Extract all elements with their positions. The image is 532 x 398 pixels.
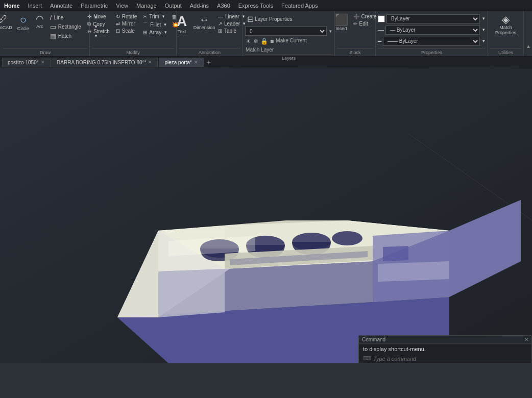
utilities-group-items: ◈ MatchProperties xyxy=(490,13,521,47)
color-dropdown[interactable]: ByLayer xyxy=(386,14,480,23)
menu-parametric[interactable]: Parametric xyxy=(81,3,108,9)
menu-manage[interactable]: Manage xyxy=(136,3,157,9)
svg-point-13 xyxy=(332,231,362,245)
draw-group-label: Draw xyxy=(3,48,87,55)
trim-button[interactable]: ✂ Trim ▼ xyxy=(141,13,169,20)
array-label: Array xyxy=(149,30,161,35)
table-label: Table xyxy=(224,28,236,34)
viewport: [3D View][Conceptual] xyxy=(0,67,532,363)
create-icon: ➕ xyxy=(353,14,359,19)
block-group: ⬛ Insert ➕ Create ✏ Edit Block xyxy=(335,11,376,56)
trim-dropdown-icon[interactable]: ▼ xyxy=(161,14,165,19)
trim-label: Trim xyxy=(149,14,159,19)
create-label: Create xyxy=(361,14,377,19)
create-button[interactable]: ➕ Create xyxy=(352,13,378,20)
menu-expresstools[interactable]: Express Tools xyxy=(238,3,273,9)
menu-view[interactable]: View xyxy=(116,3,128,9)
lineweight-dropdown[interactable]: —— ByLayer xyxy=(383,37,480,46)
color-dropdown-arrow[interactable]: ▼ xyxy=(481,16,486,21)
text-icon: A xyxy=(177,14,187,29)
lineweight-dropdown-arrow[interactable]: ▼ xyxy=(481,39,486,43)
layers-group-items: ⊟ Layer Properties 0 ▼ ☀ ❄ 🔒 ■ Make Curr… xyxy=(245,13,332,53)
match-layer-btn[interactable]: Match Layer xyxy=(245,46,274,53)
command-line-close[interactable]: ✕ xyxy=(524,337,528,342)
dimension-button[interactable]: ↔ Dimension xyxy=(193,13,215,32)
annotation-group: A Text ↔ Dimension — Linear ▼ ↗ Leader xyxy=(177,11,243,56)
leader-label: Leader xyxy=(224,21,240,27)
layer-icons-row: ☀ ❄ 🔒 ■ Make Current Match Layer xyxy=(245,37,332,53)
ribbon-content: 🖊 AutoCAD ○ Circle ◠ Arc xyxy=(0,11,532,56)
make-current-btn[interactable]: Make Current xyxy=(275,37,307,45)
ribbon: 🖊 AutoCAD ○ Circle ◠ Arc xyxy=(0,11,532,57)
array-dropdown-icon[interactable]: ▼ xyxy=(163,30,167,35)
doc-tab-barra[interactable]: BARRA BORING 0.75in INSERTO 80°* ✕ xyxy=(52,58,158,67)
fillet-dropdown-icon[interactable]: ▼ xyxy=(163,22,167,27)
layer-properties-button[interactable]: ⊟ Layer Properties xyxy=(245,13,294,25)
command-input-field[interactable] xyxy=(373,356,527,362)
menu-a360[interactable]: A360 xyxy=(217,3,230,9)
layer-dropdown-row: 0 ▼ xyxy=(245,27,332,36)
circle-icon: ○ xyxy=(20,14,27,26)
polyline-button[interactable]: 🖊 AutoCAD xyxy=(0,13,14,32)
stretch-label: Stretch xyxy=(93,29,110,34)
hatch-label: Hatch xyxy=(58,33,71,39)
stretch-button[interactable]: ⇔ Stretch xyxy=(86,28,111,35)
copy-label: Copy xyxy=(93,21,105,27)
menu-home[interactable]: Home xyxy=(4,3,20,9)
modify-group-label: Modify xyxy=(92,48,174,55)
insert-icon: ⬛ xyxy=(334,14,348,26)
scale-icon: ⊡ xyxy=(116,28,120,34)
tab-pieza-close[interactable]: ✕ xyxy=(194,60,198,65)
layer-color-icon[interactable]: ■ xyxy=(270,37,274,45)
mirror-button[interactable]: ⇌ Mirror xyxy=(114,20,138,27)
layer-freeze-icon[interactable]: ❄ xyxy=(253,37,259,45)
move-label: Move xyxy=(93,14,106,19)
rotate-button[interactable]: ↻ Rotate xyxy=(114,13,138,20)
table-icon: ⊞ xyxy=(218,28,222,34)
new-tab-button[interactable]: + xyxy=(205,58,213,66)
tab-barra-close[interactable]: ✕ xyxy=(148,60,152,65)
layer-lock-icon[interactable]: 🔒 xyxy=(260,37,269,45)
match-props-icon: ◈ xyxy=(502,14,510,24)
tab-barra-label: BARRA BORING 0.75in INSERTO 80°* xyxy=(57,60,147,65)
fillet-button[interactable]: ⌒ Fillet ▼ xyxy=(141,20,169,29)
doc-tab-postizo[interactable]: postizo 1050* ✕ xyxy=(2,58,51,67)
match-properties-button[interactable]: ◈ MatchProperties xyxy=(491,13,521,37)
layer-dropdown-arrow[interactable]: ▼ xyxy=(328,29,332,34)
svg-marker-19 xyxy=(378,261,449,282)
menu-featuredapps[interactable]: Featured Apps xyxy=(281,3,318,9)
rectangle-icon: ▭ xyxy=(50,23,56,31)
circle-button[interactable]: ○ Circle xyxy=(15,13,31,33)
linetype-dropdown-arrow[interactable]: ▼ xyxy=(481,28,486,32)
annotation-group-label: Annotation xyxy=(179,48,240,55)
menu-output[interactable]: Output xyxy=(165,3,182,9)
insert-button[interactable]: ⬛ Insert xyxy=(332,13,351,33)
layer-dropdown[interactable]: 0 xyxy=(245,27,327,36)
text-button[interactable]: A Text xyxy=(172,13,192,36)
doc-tab-pieza[interactable]: pieza porta* ✕ xyxy=(159,58,203,67)
edit-button[interactable]: ✏ Edit xyxy=(352,20,378,27)
block-group-label: Block xyxy=(337,48,373,55)
tab-postizo-close[interactable]: ✕ xyxy=(41,60,45,65)
move-button[interactable]: ✛ Move xyxy=(86,13,111,20)
fillet-label: Fillet xyxy=(150,22,161,28)
ribbon-collapse-icon[interactable]: ▲ xyxy=(526,43,531,49)
copy-button[interactable]: ⧉ Copy xyxy=(86,20,111,28)
arc-button[interactable]: ◠ Arc xyxy=(32,13,47,31)
linetype-icon: — xyxy=(378,27,384,34)
utilities-group: ◈ MatchProperties Utilities xyxy=(488,11,524,56)
linetype-dropdown[interactable]: — ByLayer xyxy=(385,26,480,35)
edit-icon: ✏ xyxy=(353,21,357,27)
array-button[interactable]: ⊞ Array ▼ xyxy=(141,29,169,36)
layer-sun-icon[interactable]: ☀ xyxy=(245,37,252,45)
edit-label: Edit xyxy=(359,21,368,27)
rotate-icon: ↻ xyxy=(116,14,120,19)
layer-properties-label: Layer Properties xyxy=(255,16,292,22)
scale-button[interactable]: ⊡ Scale xyxy=(114,28,138,34)
rectangle-label: Rectangle xyxy=(58,24,81,30)
line-label: Line xyxy=(54,15,63,20)
command-input-row: ⌨ xyxy=(359,354,531,363)
menu-annotate[interactable]: Annotate xyxy=(50,3,72,9)
menu-insert[interactable]: Insert xyxy=(28,3,42,9)
menu-addins[interactable]: Add-ins xyxy=(190,3,209,9)
